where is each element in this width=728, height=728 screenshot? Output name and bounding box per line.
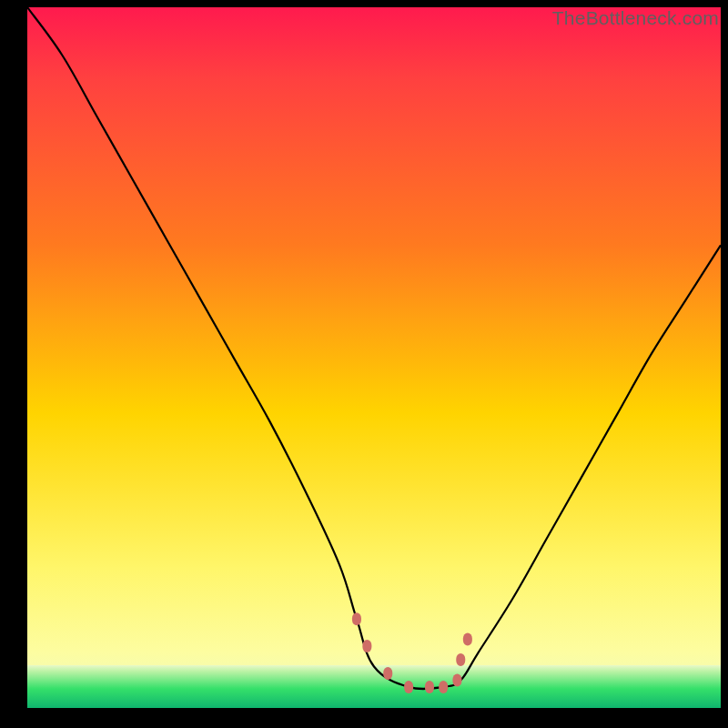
optimal-range-markers	[352, 612, 472, 693]
marker-dot	[456, 653, 465, 666]
marker-dot	[404, 681, 413, 693]
bottleneck-curve	[27, 7, 721, 689]
marker-dot	[425, 681, 434, 693]
marker-dot	[463, 633, 472, 646]
marker-dot	[452, 673, 461, 686]
marker-dot	[383, 667, 392, 680]
chart-frame: TheBottleneck.com	[0, 0, 728, 728]
marker-dot	[362, 640, 371, 652]
marker-dot	[352, 612, 361, 625]
bottleneck-curve-svg	[27, 7, 721, 708]
marker-dot	[439, 681, 448, 693]
plot-area	[27, 7, 721, 708]
